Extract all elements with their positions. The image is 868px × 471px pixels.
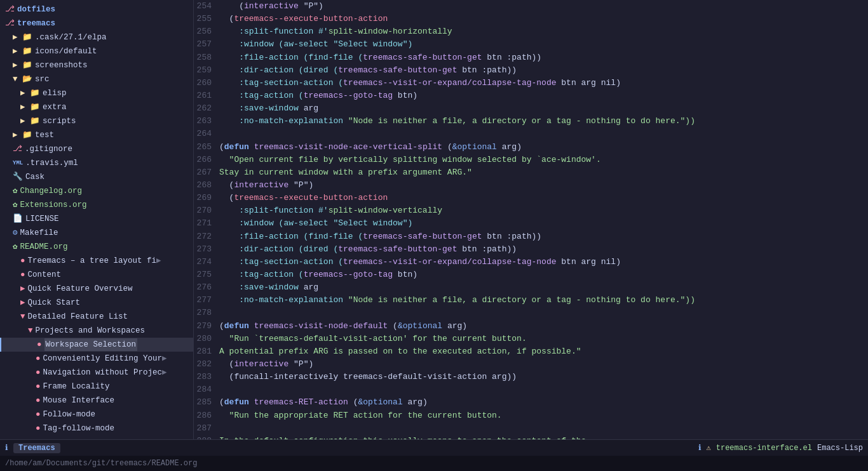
- code-line: 279(defun treemacs-visit-node-default (&…: [194, 320, 868, 333]
- line-content: :tag-section-action (treemacs--visit-or-…: [219, 77, 621, 90]
- code-line: 264: [194, 128, 868, 140]
- line-content: :window (aw-select "Select window"): [219, 217, 412, 230]
- folder-icon: ▶ 📁: [13, 45, 32, 58]
- sidebar-item-label: icons/default: [35, 45, 97, 58]
- sidebar[interactable]: ⎇ dotfiles ⎇ treemacs ▶ 📁 .cask/27.1/elp…: [0, 0, 194, 439]
- line-content: :tag-action (treemacs--goto-tag btn): [219, 269, 417, 281]
- folder-icon: ▶ 📁: [20, 101, 40, 114]
- status-right: ℹ ⚠ treemacs-interface.el Emacs-Lisp: [698, 443, 863, 453]
- sidebar-item-extensions[interactable]: ✿ Extensions.org: [0, 198, 193, 212]
- sidebar-item-test[interactable]: ▶ 📁 test: [0, 128, 193, 142]
- sidebar-item-conveniently-editing[interactable]: ● Conveniently Editing Your ▶: [0, 352, 193, 366]
- line-number: 267: [194, 166, 219, 179]
- info-circle-icon-right: ℹ: [698, 443, 702, 453]
- status-filename: treemacs-interface.el: [716, 444, 812, 453]
- git-file-icon: ⎇: [13, 143, 22, 156]
- sidebar-item-cask-elpa[interactable]: ▶ 📁 .cask/27.1/elpa: [0, 30, 193, 44]
- line-content: (treemacs--execute-button-action: [219, 13, 388, 25]
- sidebar-item-label: .travis.yml: [25, 157, 78, 169]
- sidebar-item-label: test: [35, 129, 54, 142]
- line-number: 258: [194, 51, 219, 64]
- sidebar-item-readme[interactable]: ✿ README.org: [0, 240, 193, 254]
- line-number: 288: [194, 435, 219, 439]
- sidebar-item-label: treemacs: [17, 17, 55, 30]
- sidebar-item-src[interactable]: ▼ 📂 src: [0, 72, 193, 86]
- line-number: 282: [194, 358, 219, 371]
- code-line: 272 :file-action (find-file (treemacs-sa…: [194, 230, 868, 243]
- sidebar-item-elisp[interactable]: ▶ 📁 elisp: [0, 86, 193, 100]
- code-line: 285(defun treemacs-RET-action (&optional…: [194, 396, 868, 409]
- sidebar-item-label: dotfiles: [17, 3, 55, 16]
- line-number: 264: [194, 128, 219, 140]
- main-container: ⎇ dotfiles ⎇ treemacs ▶ 📁 .cask/27.1/elp…: [0, 0, 868, 439]
- sidebar-item-follow-mode[interactable]: ● Follow-mode: [0, 408, 193, 421]
- sidebar-item-label: .cask/27.1/elpa: [35, 31, 107, 44]
- sidebar-item-changelog[interactable]: ✿ Changelog.org: [0, 184, 193, 198]
- status-bar: ℹ Treemacs ℹ ⚠ treemacs-interface.el Ema…: [0, 439, 868, 456]
- sidebar-item-label: Treemacs – a tree layout fi: [28, 255, 157, 267]
- sidebar-item-scripts[interactable]: ▶ 📁 scripts: [0, 114, 193, 128]
- code-line: 263 :no-match-explanation "Node is neith…: [194, 115, 868, 128]
- line-number: 256: [194, 25, 219, 38]
- sidebar-item-label: .gitignore: [25, 143, 72, 156]
- sidebar-item-navigation-without[interactable]: ● Navigation without Projec ▶: [0, 366, 193, 380]
- sidebar-item-extra[interactable]: ▶ 📁 extra: [0, 100, 193, 114]
- line-number: 270: [194, 204, 219, 217]
- code-line: 284: [194, 383, 868, 396]
- line-number: 280: [194, 333, 219, 345]
- sidebar-item-cask[interactable]: 🔧 Cask: [0, 170, 193, 184]
- line-content: "Run `treemacs-default-visit-action' for…: [219, 333, 527, 345]
- code-line: 281A potential prefix ARG is passed on t…: [194, 345, 868, 358]
- sidebar-item-frame-locality[interactable]: ● Frame Locality: [0, 380, 193, 394]
- bullet-icon: ●: [36, 352, 41, 365]
- sidebar-item-label: Extensions.org: [20, 199, 87, 211]
- status-left: ℹ Treemacs: [5, 443, 60, 453]
- line-number: 263: [194, 115, 219, 128]
- sidebar-item-label: screenshots: [35, 59, 88, 72]
- sidebar-item-makefile[interactable]: ⚙ Makefile: [0, 226, 193, 240]
- code-line: 275 :tag-action (treemacs--goto-tag btn): [194, 269, 868, 281]
- sidebar-item-gitignore[interactable]: ⎇ .gitignore: [0, 142, 193, 156]
- sidebar-item-treemacs[interactable]: ⎇ treemacs: [0, 17, 193, 30]
- sidebar-item-travis[interactable]: YML .travis.yml: [0, 156, 193, 170]
- line-content: (treemacs--execute-button-action: [219, 192, 388, 204]
- git-root-icon: ⎇: [5, 3, 15, 16]
- sidebar-item-tag-follow-mode[interactable]: ● Tag-follow-mode: [0, 421, 193, 435]
- line-number: 260: [194, 77, 219, 90]
- sidebar-item-projects-workspaces[interactable]: ▼ Projects and Workspaces: [0, 324, 193, 338]
- line-number: 287: [194, 422, 219, 435]
- line-number: 271: [194, 217, 219, 230]
- code-line: 260 :tag-section-action (treemacs--visit…: [194, 77, 868, 90]
- org-file-icon: ✿: [13, 199, 18, 211]
- line-number: 281: [194, 345, 219, 358]
- line-content: :file-action (find-file (treemacs-safe-b…: [219, 230, 541, 243]
- sidebar-item-screenshots[interactable]: ▶ 📁 screenshots: [0, 58, 193, 72]
- line-content: Stay in current window with a prefix arg…: [219, 166, 472, 179]
- bullet-icon: ▶: [20, 296, 25, 309]
- sidebar-item-label: Quick Feature Overview: [28, 282, 133, 295]
- line-content: (interactive "P"): [219, 179, 313, 192]
- sidebar-item-quick-start[interactable]: ▶ Quick Start: [0, 296, 193, 310]
- line-number: 276: [194, 281, 219, 294]
- sidebar-item-dotfiles[interactable]: ⎇ dotfiles: [0, 3, 193, 17]
- sidebar-item-mouse-interface[interactable]: ● Mouse Interface: [0, 394, 193, 408]
- code-editor[interactable]: 254 (interactive "P")255 (treemacs--exec…: [194, 0, 868, 439]
- sidebar-item-workspace-selection[interactable]: ● Workspace Selection: [0, 338, 193, 352]
- bullet-icon: ●: [36, 422, 41, 435]
- code-line: 254 (interactive "P"): [194, 0, 868, 13]
- org-file-icon: ✿: [13, 185, 18, 197]
- sidebar-item-detailed-feature[interactable]: ▼ Detailed Feature List: [0, 310, 193, 324]
- sidebar-item-license[interactable]: 📄 LICENSE: [0, 212, 193, 226]
- bullet-icon: ▼: [20, 310, 25, 323]
- bullet-icon: ●: [37, 338, 42, 351]
- sidebar-item-treemacs-heading[interactable]: ● Treemacs – a tree layout fi ▶: [0, 254, 193, 268]
- sidebar-item-label: LICENSE: [25, 213, 59, 225]
- sidebar-item-quick-feature[interactable]: ▶ Quick Feature Overview: [0, 282, 193, 296]
- line-number: 261: [194, 90, 219, 102]
- sidebar-item-content[interactable]: ● Content: [0, 268, 193, 282]
- line-number: 269: [194, 192, 219, 204]
- sidebar-item-label: Detailed Feature List: [28, 310, 128, 323]
- folder-icon: ▶ 📁: [13, 31, 32, 44]
- line-content: (defun treemacs-RET-action (&optional ar…: [219, 396, 428, 409]
- sidebar-item-icons[interactable]: ▶ 📁 icons/default: [0, 44, 193, 58]
